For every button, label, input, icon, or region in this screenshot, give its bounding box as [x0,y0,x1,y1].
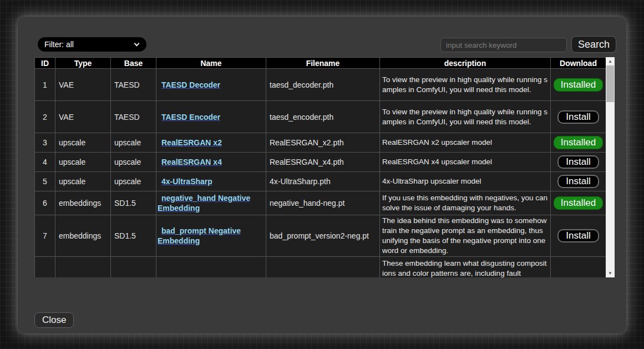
cell-base [111,257,156,278]
cell-id: 2 [35,101,55,133]
cell-name: TAESD Decoder [156,69,266,101]
cell-download: Install [551,153,606,172]
cell-id: 4 [35,153,55,172]
model-name-link[interactable]: 4x-UltraSharp [161,177,212,186]
cell-description: These embedding learn what disgusting co… [380,257,551,278]
cell-id: 1 [35,69,55,101]
table-row: 7embeddingsSD1.5bad_prompt Negative Embe… [35,215,606,257]
cell-type: VAE [55,69,111,101]
models-table-viewport: IDTypeBaseNameFilenamedescriptionDownloa… [34,57,606,277]
column-header-type: Type [55,58,111,69]
cell-filename: negative_hand-neg.pt [266,191,380,215]
cell-description: The idea behind this embedding was to so… [380,215,551,257]
cell-filename: bad_prompt_version2-neg.pt [266,215,380,257]
table-row: 2VAETAESDTAESD Encodertaesd_encoder.pthT… [35,101,606,133]
cell-filename: RealESRGAN_x2.pth [266,133,380,153]
close-button[interactable]: Close [34,312,74,328]
install-models-dialog: Filter: all Search IDTypeBaseNameFilenam… [18,17,626,333]
cell-base: TAESD [111,101,156,133]
cell-name: RealESRGAN x2 [156,133,266,153]
model-name-link[interactable]: RealESRGAN x2 [161,138,222,147]
table-row: 6embeddingsSD1.5negative_hand Negative E… [35,191,606,215]
cell-filename: taesd_decoder.pth [266,69,380,101]
cell-base: upscale [111,153,156,172]
cell-description: To view the preview in high quality whil… [380,69,551,101]
table-row: 5upscaleupscale4x-UltraSharp4x-UltraShar… [35,172,606,191]
table-scrollbar[interactable]: ▲ ▼ [606,57,615,277]
cell-id: 7 [35,215,55,257]
cell-filename: 4x-UltraSharp.pth [266,172,380,191]
cell-type: upscale [55,153,111,172]
cell-download: Installed [551,191,606,215]
cell-download: Installed [551,69,606,101]
cell-base: upscale [111,133,156,153]
column-header-download: Download [551,58,606,69]
search-input[interactable] [440,38,567,52]
cell-description: RealESRGAN x2 upscaler model [380,133,551,153]
table-row: These embedding learn what disgusting co… [35,257,606,278]
cell-type: upscale [55,133,111,153]
table-row: 3upscaleupscaleRealESRGAN x2RealESRGAN_x… [35,133,606,153]
cell-description: If you use this embedding with negatives… [380,191,551,215]
installed-button[interactable]: Installed [554,196,603,210]
table-row: 4upscaleupscaleRealESRGAN x4RealESRGAN_x… [35,153,606,172]
cell-type: upscale [55,172,111,191]
cell-filename: taesd_encoder.pth [266,101,380,133]
install-button[interactable]: Install [557,155,599,169]
model-name-link[interactable]: negative_hand Negative Embedding [158,194,250,213]
cell-download: Install [551,172,606,191]
scrollbar-down-arrow-icon[interactable]: ▼ [606,269,615,277]
model-name-link[interactable]: TAESD Encoder [161,113,220,122]
table-header: IDTypeBaseNameFilenamedescriptionDownloa… [35,58,606,69]
cell-name: RealESRGAN x4 [156,153,266,172]
cell-filename [266,257,380,278]
column-header-filename: Filename [266,58,380,69]
column-header-base: Base [111,58,156,69]
cell-download: Install [551,215,606,257]
filter-select-value: Filter: all [44,40,74,49]
cell-id: 3 [35,133,55,153]
installed-button[interactable]: Installed [554,136,603,149]
cell-base: TAESD [111,69,156,101]
column-header-name: Name [156,58,266,69]
table-row: 1VAETAESDTAESD Decodertaesd_decoder.pthT… [35,69,606,101]
cell-download: Install [551,101,606,133]
cell-name: negative_hand Negative Embedding [156,191,266,215]
cell-id: 6 [35,191,55,215]
model-name-link[interactable]: TAESD Decoder [161,80,220,89]
scrollbar-up-arrow-icon[interactable]: ▲ [606,57,615,65]
install-button[interactable]: Install [557,175,599,188]
cell-id [35,257,55,278]
cell-name: 4x-UltraSharp [156,172,266,191]
search-button[interactable]: Search [571,36,616,53]
model-name-link[interactable]: RealESRGAN x4 [161,158,222,166]
cell-base: SD1.5 [111,191,156,215]
cell-filename: RealESRGAN_x4.pth [266,153,380,172]
column-header-description: description [380,58,551,69]
cell-download: Installed [551,133,606,153]
install-button[interactable]: Install [557,110,599,124]
models-table: IDTypeBaseNameFilenamedescriptionDownloa… [34,57,606,277]
cell-base: upscale [111,172,156,191]
installed-button[interactable]: Installed [554,78,603,92]
cell-description: To view the preview in high quality whil… [380,101,551,133]
scrollbar-thumb[interactable] [606,65,614,102]
cell-base: SD1.5 [111,215,156,257]
cell-description: RealESRGAN x4 upscaler model [380,153,551,172]
column-header-id: ID [35,58,55,69]
models-table-zone: IDTypeBaseNameFilenamedescriptionDownloa… [34,57,615,277]
cell-description: 4x-UltraSharp upscaler model [380,172,551,191]
filter-select[interactable]: Filter: all [38,37,146,52]
cell-type: embeddings [55,191,111,215]
cell-name: bad_prompt Negative Embedding [156,215,266,257]
model-name-link[interactable]: bad_prompt Negative Embedding [158,226,241,245]
cell-name [156,257,266,278]
install-button[interactable]: Install [557,229,599,242]
cell-type [55,257,111,278]
cell-name: TAESD Encoder [156,101,266,133]
cell-download [551,257,606,278]
chevron-down-icon [134,41,140,47]
cell-type: embeddings [55,215,111,257]
cell-id: 5 [35,172,55,191]
cell-type: VAE [55,101,111,133]
